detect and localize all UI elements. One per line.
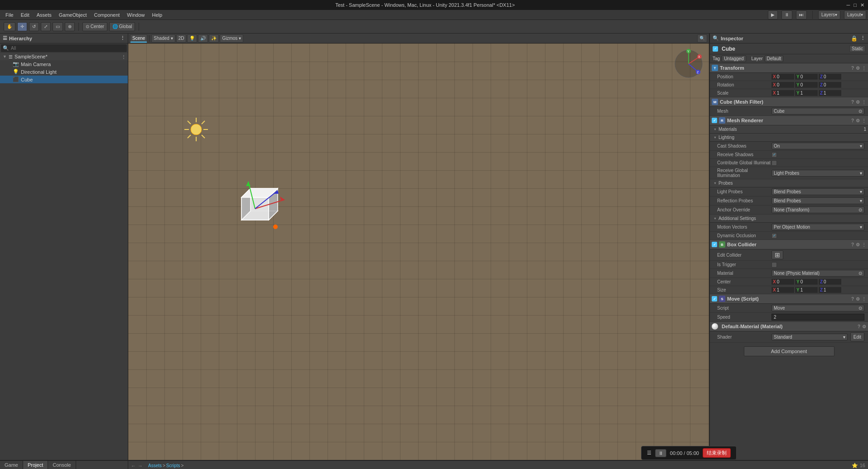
tool-transform[interactable]: ⊕	[65, 22, 75, 31]
hierarchy-item-scene[interactable]: ▼ ☰ SampleScene* ⋮	[0, 53, 128, 60]
menu-file[interactable]: File	[2, 11, 17, 19]
tool-rotate[interactable]: ↺	[29, 22, 39, 31]
close-btn[interactable]: ✕	[860, 2, 864, 8]
scene-light[interactable]: 💡	[187, 34, 197, 43]
move-script-more[interactable]: ⋮	[862, 297, 866, 302]
script-dropdown[interactable]: Move ⊙	[772, 305, 864, 311]
play-btn[interactable]: ▶	[768, 10, 778, 19]
mesh-filter-question[interactable]: ?	[851, 100, 854, 105]
move-script-settings[interactable]: ⚙	[856, 297, 860, 302]
step-btn[interactable]: ⏭	[796, 10, 807, 19]
position-x-field[interactable]: X 0	[772, 74, 794, 80]
menu-help[interactable]: Help	[148, 11, 166, 19]
hierarchy-item-camera[interactable]: 📷 Main Camera	[0, 60, 128, 68]
static-badge[interactable]: Static	[849, 45, 865, 52]
menu-window[interactable]: Window	[123, 11, 148, 19]
transform-more[interactable]: ⋮	[862, 66, 866, 71]
receive-shadows-checkbox[interactable]	[772, 152, 777, 158]
tool-move[interactable]: ✛	[17, 22, 27, 31]
box-collider-question[interactable]: ?	[851, 242, 854, 247]
mesh-renderer-settings[interactable]: ⚙	[856, 118, 860, 123]
reflection-probes-dropdown[interactable]: Blend Probes ▾	[772, 197, 864, 204]
scene-search[interactable]: 🔍	[697, 34, 707, 43]
motion-vectors-dropdown[interactable]: Per Object Motion ▾	[772, 224, 864, 230]
scene-gizmos[interactable]: Gizmos ▾	[220, 34, 243, 43]
mesh-renderer-header[interactable]: ✓ R Mesh Renderer ? ⚙ ⋮	[710, 116, 868, 125]
transform-settings[interactable]: ⚙	[856, 66, 860, 71]
layers-btn[interactable]: Layers ▾	[818, 10, 840, 19]
cast-shadows-dropdown[interactable]: On ▾	[772, 143, 864, 149]
pivot-center[interactable]: ⊙ Center	[82, 22, 107, 31]
rotation-x-field[interactable]: X 0	[772, 82, 794, 88]
rotation-y-field[interactable]: Y 0	[795, 82, 818, 88]
lighting-section[interactable]: Lighting	[710, 134, 868, 142]
move-script-checkbox[interactable]: ✓	[712, 296, 717, 302]
breadcrumb-assets[interactable]: Assets	[148, 463, 162, 468]
menu-component[interactable]: Component	[90, 11, 123, 19]
box-collider-settings[interactable]: ⚙	[856, 242, 860, 247]
scene-2d[interactable]: 2D	[176, 34, 187, 43]
object-active-checkbox[interactable]: ✓	[713, 46, 718, 52]
hierarchy-item-light[interactable]: 💡 Directional Light	[0, 68, 128, 76]
hierarchy-item-cube[interactable]: ⬛ Cube	[0, 76, 128, 83]
size-z-field[interactable]: Z 1	[819, 287, 841, 293]
additional-settings-section[interactable]: Additional Settings	[710, 215, 868, 223]
object-name[interactable]: Cube	[722, 46, 848, 52]
mesh-filter-header[interactable]: M Cube (Mesh Filter) ? ⚙ ⋮	[710, 97, 868, 107]
tool-hand[interactable]: ✋	[4, 22, 15, 31]
move-script-question[interactable]: ?	[851, 297, 854, 302]
hierarchy-search-input[interactable]	[11, 46, 125, 51]
shader-edit-btn[interactable]: Edit	[850, 332, 864, 341]
pivot-global[interactable]: 🌐 Global	[109, 22, 135, 31]
scene-audio[interactable]: 🔊	[198, 34, 208, 43]
shader-dropdown[interactable]: Standard ▾	[772, 334, 848, 340]
box-collider-checkbox[interactable]: ✓	[712, 242, 717, 247]
material-component-header[interactable]: Default-Material (Material) ? ⚙	[710, 322, 868, 331]
scene-menu[interactable]: ⋮	[121, 54, 126, 59]
mesh-renderer-checkbox[interactable]: ✓	[712, 118, 717, 123]
tab-game[interactable]: Game	[0, 461, 23, 469]
contribute-gi-checkbox[interactable]	[772, 160, 777, 166]
mesh-dropdown[interactable]: Cube ⊙	[772, 108, 864, 115]
anchor-override-dropdown[interactable]: None (Transform) ⊙	[772, 206, 864, 213]
breadcrumb-scripts[interactable]: Scripts	[166, 463, 180, 468]
material-settings[interactable]: ⚙	[862, 324, 866, 329]
materials-section[interactable]: Materials 1	[710, 125, 868, 134]
dynamic-occlusion-checkbox[interactable]	[772, 233, 777, 239]
size-y-field[interactable]: Y 1	[795, 287, 818, 293]
asset-back-btn[interactable]: ←	[131, 463, 136, 469]
tab-console[interactable]: Console	[48, 461, 76, 469]
rec-end-btn[interactable]: 结束录制	[703, 448, 731, 458]
is-trigger-checkbox[interactable]	[772, 262, 777, 268]
maximize-btn[interactable]: □	[854, 2, 857, 8]
mesh-filter-settings[interactable]: ⚙	[856, 100, 860, 105]
tab-project[interactable]: Project	[23, 461, 48, 469]
scene-view[interactable]: Y X Z < Persp	[128, 43, 709, 460]
mesh-filter-more[interactable]: ⋮	[862, 100, 866, 105]
speed-input[interactable]: 2	[772, 314, 864, 321]
size-x-field[interactable]: X 1	[772, 287, 794, 293]
inspector-more-icon[interactable]: ⋮	[860, 35, 865, 42]
tool-rect[interactable]: ▭	[53, 22, 63, 31]
tool-scale[interactable]: ⤢	[41, 22, 51, 31]
scale-y-field[interactable]: Y 1	[795, 90, 818, 96]
add-component-btn[interactable]: Add Component	[744, 346, 834, 356]
mesh-renderer-question[interactable]: ?	[851, 118, 854, 123]
center-z-field[interactable]: Z 0	[819, 279, 841, 285]
menu-assets[interactable]: Assets	[33, 11, 55, 19]
mesh-renderer-more[interactable]: ⋮	[862, 118, 866, 123]
light-probes-dropdown[interactable]: Blend Probes ▾	[772, 188, 864, 195]
layout-btn[interactable]: Layout ▾	[844, 10, 866, 19]
scale-x-field[interactable]: X 1	[772, 90, 794, 96]
edit-collider-btn[interactable]: ⊞	[772, 250, 783, 259]
rec-pause-btn[interactable]: ⏸	[655, 449, 666, 457]
probes-section[interactable]: Probes	[710, 179, 868, 187]
position-z-field[interactable]: Z 0	[819, 74, 841, 80]
receive-gi-dropdown[interactable]: Light Probes ▾	[772, 170, 864, 177]
position-y-field[interactable]: Y 0	[795, 74, 818, 80]
menu-edit[interactable]: Edit	[17, 11, 33, 19]
hierarchy-menu[interactable]: ⋮	[120, 35, 125, 41]
favorite-icon[interactable]: ⭐	[852, 463, 858, 469]
asset-forward-btn[interactable]: →	[138, 463, 143, 469]
material-question[interactable]: ?	[858, 324, 860, 329]
